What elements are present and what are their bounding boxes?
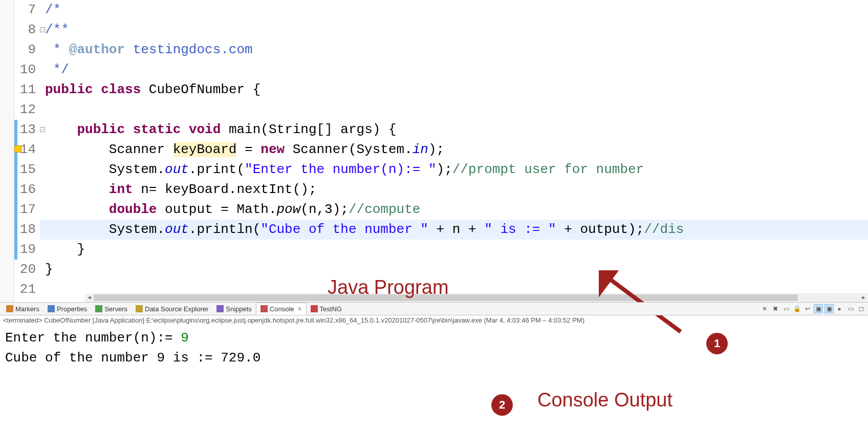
line-number: 13	[14, 120, 40, 140]
tab-properties[interactable]: Properties	[44, 303, 91, 315]
code-line[interactable]: double output = Math.pow(n,3);//compute	[40, 200, 868, 220]
code-line[interactable]: public class CubeOfNumber {	[40, 80, 868, 100]
console-line: Enter the number(n):= 9	[5, 328, 863, 348]
code-line[interactable]	[40, 100, 868, 120]
tab-icon	[48, 305, 55, 312]
minimize-icon[interactable]: ▭	[846, 304, 855, 313]
code-line[interactable]: int n= keyBoard.nextInt();	[40, 180, 868, 200]
tab-label: Properties	[57, 305, 87, 313]
scroll-right-arrow-icon[interactable]: ▶	[859, 293, 868, 302]
line-number: 21	[14, 280, 40, 300]
tab-label: Markers	[15, 305, 39, 313]
annotation-badge-1: 1	[706, 333, 728, 354]
fold-icon[interactable]: −	[40, 127, 45, 132]
code-editor[interactable]: 789101112131415161718192021 /*/** * @aut…	[0, 0, 868, 302]
show-console-stdout-icon[interactable]: ▣	[814, 304, 823, 313]
tab-snippets[interactable]: Snippets	[212, 303, 256, 315]
code-line[interactable]: /**	[40, 20, 868, 40]
annotation-label-program: Java Program	[328, 276, 449, 298]
line-number: 17	[14, 200, 40, 220]
tab-label: Data Source Explorer	[145, 305, 208, 313]
tab-label: TestNG	[320, 305, 342, 313]
scroll-lock-icon[interactable]: 🔒	[792, 304, 801, 313]
tab-testng[interactable]: TestNG	[307, 303, 346, 315]
code-line[interactable]: public static void main(String[] args) {	[40, 120, 868, 140]
console-prompt-text: Enter the number(n):=	[5, 330, 181, 346]
remove-launch-icon[interactable]: ✕	[760, 304, 769, 313]
scroll-left-arrow-icon[interactable]: ◀	[85, 293, 94, 302]
tab-icon	[95, 305, 102, 312]
tab-label: Snippets	[226, 305, 252, 313]
word-wrap-icon[interactable]: ↩	[803, 304, 812, 313]
annotation-badge-2: 2	[491, 394, 513, 416]
console-user-input: 9	[181, 330, 189, 346]
bottom-panel-tabs: MarkersPropertiesServersData Source Expl…	[0, 302, 868, 315]
tab-servers[interactable]: Servers	[91, 303, 132, 315]
code-line[interactable]: /*	[40, 0, 868, 20]
line-number: 9	[14, 40, 40, 60]
code-line[interactable]: }	[40, 260, 868, 280]
console-status-line: <terminated> CubeOfNumber [Java Applicat…	[0, 315, 868, 325]
method-marker-bar	[14, 120, 17, 260]
close-icon[interactable]: ✕	[297, 306, 302, 312]
code-line[interactable]: * @author testingdocs.com	[40, 40, 868, 60]
maximize-icon[interactable]: ◻	[857, 304, 866, 313]
tab-icon	[6, 305, 13, 312]
editor-left-margin	[0, 0, 14, 302]
clear-console-icon[interactable]: ▭	[782, 304, 791, 313]
line-number: 18	[14, 220, 40, 240]
code-line[interactable]: }	[40, 240, 868, 260]
show-console-stderr-icon[interactable]: ▣	[824, 304, 834, 313]
tab-icon	[311, 305, 318, 312]
warning-icon[interactable]	[14, 145, 21, 153]
open-console-icon[interactable]: ▸	[835, 304, 844, 313]
tab-data-source-explorer[interactable]: Data Source Explorer	[132, 303, 212, 315]
horizontal-scrollbar[interactable]: ◀ ▶	[85, 293, 868, 302]
line-number: 10	[14, 60, 40, 80]
line-number: 8	[14, 20, 40, 40]
console-line: Cube of the number 9 is := 729.0	[5, 348, 863, 368]
scrollbar-track[interactable]	[94, 293, 859, 302]
tab-console[interactable]: Console✕	[256, 303, 307, 315]
tab-markers[interactable]: Markers	[2, 303, 44, 315]
tab-icon	[136, 305, 143, 312]
tab-label: Servers	[104, 305, 127, 313]
line-number: 19	[14, 240, 40, 260]
line-number: 11	[14, 80, 40, 100]
tab-icon	[261, 305, 268, 312]
code-line[interactable]: */	[40, 60, 868, 80]
line-number: 16	[14, 180, 40, 200]
line-number: 7	[14, 0, 40, 20]
fold-icon[interactable]: −	[40, 27, 45, 32]
console-toolbar: ✕ ✖ ▭ 🔒 ↩ ▣ ▣ ▸ ▭ ◻	[760, 304, 866, 313]
remove-all-icon[interactable]: ✖	[771, 304, 780, 313]
code-line[interactable]: System.out.println("Cube of the number "…	[40, 220, 868, 240]
line-number: 12	[14, 100, 40, 120]
tab-label: Console	[270, 305, 294, 313]
annotation-label-console: Console Output	[537, 389, 672, 411]
tab-icon	[216, 305, 224, 312]
code-pane[interactable]: /*/** * @author testingdocs.com */public…	[40, 0, 868, 302]
line-number: 15	[14, 160, 40, 180]
code-line[interactable]: System.out.print("Enter the number(n):= …	[40, 160, 868, 180]
code-line[interactable]: Scanner keyBoard = new Scanner(System.in…	[40, 140, 868, 160]
line-number: 20	[14, 260, 40, 280]
console-output[interactable]: Enter the number(n):= 9 Cube of the numb…	[0, 325, 868, 371]
